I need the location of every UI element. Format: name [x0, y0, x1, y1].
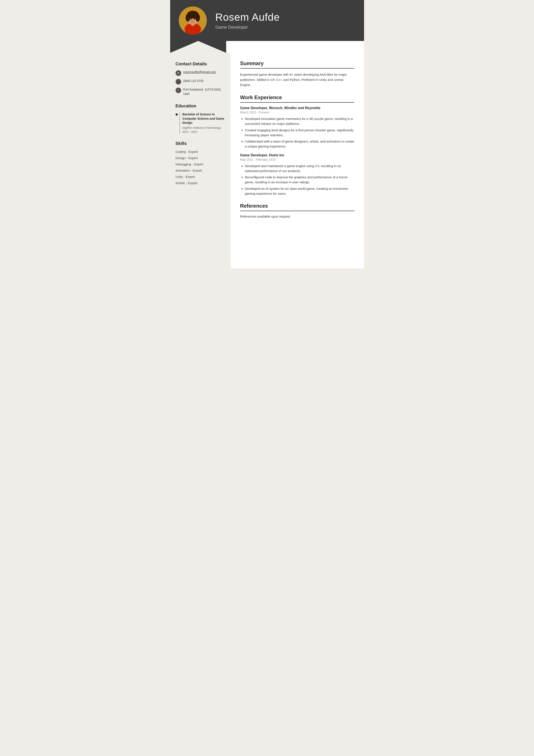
job-1-title: Game Developer, Wunsch, Windler and Reyn…	[240, 106, 354, 110]
skill-item-2: Debugging - Expert	[176, 162, 225, 166]
contact-section-title: Contact Details	[176, 62, 225, 67]
references-text: References available upon request	[240, 215, 354, 218]
contact-address-item: 📍 Port Keelyland, 11073-0202, Utah	[176, 88, 225, 96]
education-section: Education Bachelor of Science in Compute…	[176, 103, 225, 133]
header-name: Rosem Aufde	[216, 11, 280, 23]
contact-address: Port Keelyland, 11073-0202, Utah	[183, 88, 225, 96]
resume-header: Rosem Aufde Game Developer	[170, 0, 364, 41]
job-1-bullet-0: Developed innovative game mechanics for …	[245, 116, 354, 126]
job-2: Game Developer, Huels Inc May 2021 - Feb…	[240, 153, 354, 196]
header-chevron-decoration	[170, 41, 364, 53]
header-text-container: Rosem Aufde Game Developer	[216, 11, 280, 30]
skill-item-4: Unity - Expert	[176, 175, 225, 178]
summary-title: Summary	[240, 60, 354, 68]
skill-item-1: Design - Expert	[176, 156, 225, 160]
work-experience-title: Work Experience	[240, 94, 354, 103]
edu-content: Bachelor of Science in Computer Science …	[179, 112, 225, 133]
svg-point-6	[195, 14, 200, 21]
job-1-bullets: Developed innovative game mechanics for …	[240, 116, 354, 149]
job-1-bullet-1: Created engaging level designs for a fir…	[245, 128, 354, 138]
contact-email[interactable]: rosemaufde@gmail.com	[183, 70, 216, 74]
edu-school: DigiPen Institute of Technology	[183, 126, 225, 130]
main-layout: Contact Details ✉ rosemaufde@gmail.com 📞…	[170, 53, 364, 268]
contact-section: Contact Details ✉ rosemaufde@gmail.com 📞…	[176, 62, 225, 96]
sidebar: Contact Details ✉ rosemaufde@gmail.com 📞…	[170, 53, 231, 268]
edu-bullet-icon	[176, 113, 178, 116]
work-experience-section: Work Experience Game Developer, Wunsch, …	[240, 94, 354, 196]
summary-section: Summary Experienced game developer with …	[240, 60, 354, 88]
svg-point-7	[190, 18, 191, 20]
skill-item-5: Artistic - Expert	[176, 181, 225, 185]
job-2-bullets: Developed and maintained a game engine u…	[240, 163, 354, 196]
main-content: Summary Experienced game developer with …	[231, 53, 364, 268]
job-2-bullet-1: Reconfigured code to improve the graphic…	[245, 175, 354, 185]
education-section-title: Education	[176, 103, 225, 108]
edu-degree: Bachelor of Science in Computer Science …	[183, 112, 225, 125]
education-item: Bachelor of Science in Computer Science …	[176, 112, 225, 133]
edu-years: 2017 - 2021	[183, 130, 225, 133]
job-1: Game Developer, Wunsch, Windler and Reyn…	[240, 106, 354, 149]
references-section: References References available upon req…	[240, 203, 354, 218]
header-title: Game Developer	[216, 25, 280, 30]
skill-item-0: Coding - Expert	[176, 150, 225, 153]
email-icon: ✉	[176, 70, 181, 76]
location-icon: 📍	[176, 88, 181, 93]
summary-text: Experienced game developer with 8+ years…	[240, 72, 354, 88]
skill-item-3: Animation - Expert	[176, 169, 225, 172]
job-2-title: Game Developer, Huels Inc	[240, 153, 354, 157]
job-2-date: May 2021 - February 2023	[240, 158, 354, 161]
svg-point-5	[186, 14, 190, 21]
job-1-bullet-2: Collaborated with a team of game designe…	[245, 139, 354, 149]
avatar	[179, 7, 207, 35]
references-title: References	[240, 203, 354, 211]
job-1-date: March 2023 - Present	[240, 111, 354, 114]
skills-section: Skills Coding - Expert Design - Expert D…	[176, 141, 225, 185]
job-2-bullet-0: Developed and maintained a game engine u…	[245, 163, 354, 174]
contact-email-item: ✉ rosemaufde@gmail.com	[176, 70, 225, 76]
contact-phone-item: 📞 (084) 110 3702	[176, 79, 225, 85]
job-2-bullet-2: Developed an AI system for an open world…	[245, 186, 354, 196]
contact-phone: (084) 110 3702	[183, 79, 204, 83]
phone-icon: 📞	[176, 79, 181, 85]
skills-section-title: Skills	[176, 141, 225, 146]
svg-point-8	[194, 18, 195, 20]
